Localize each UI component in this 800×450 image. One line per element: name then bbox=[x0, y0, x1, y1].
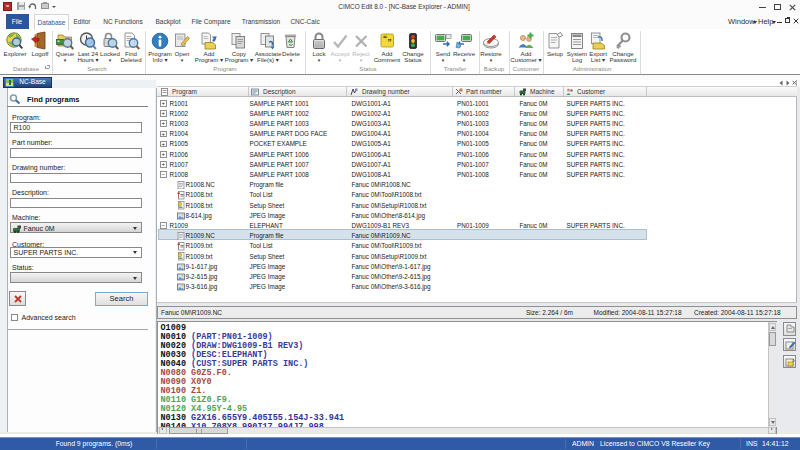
svg-text:”: ” bbox=[388, 38, 392, 47]
svg-text:“: “ bbox=[383, 34, 387, 43]
